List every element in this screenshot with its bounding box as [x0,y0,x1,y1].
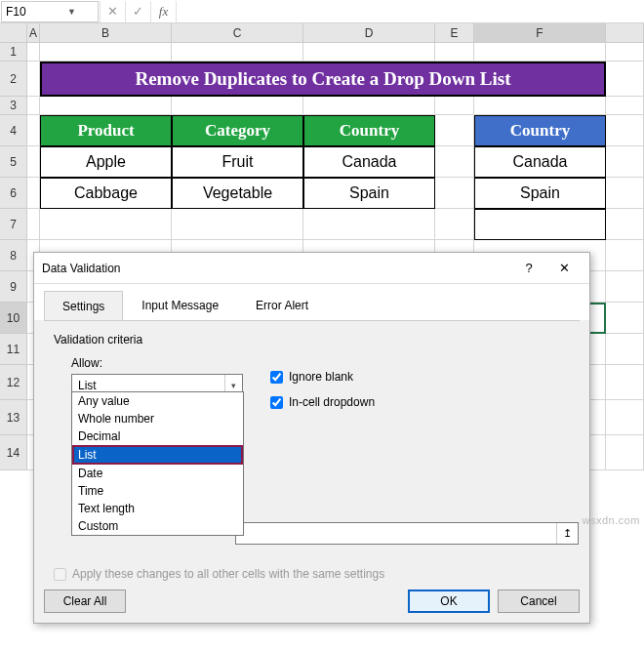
dialog-help-button[interactable]: ? [511,255,546,282]
dialog-tabs: Settings Input Message Error Alert [34,284,589,320]
incell-dropdown-checkbox[interactable]: In-cell dropdown [270,395,375,409]
validation-criteria-label: Validation criteria [54,333,570,346]
enter-formula-icon: ✓ [125,1,150,22]
column-headers: A B C D E F [0,23,644,43]
col-header-d[interactable]: D [303,23,435,42]
row-header-2[interactable]: 2 [0,61,27,97]
header-category[interactable]: Category [172,115,303,146]
watermark: wsxdn.com [582,514,640,526]
dialog-close-button[interactable]: ✕ [546,255,582,282]
row-header-8[interactable]: 8 [0,240,27,271]
row-header-7[interactable]: 7 [0,209,27,240]
row-header-12[interactable]: 12 [0,365,27,400]
cell-c6[interactable]: Vegetable [172,178,303,209]
data-validation-dialog: Data Validation ? ✕ Settings Input Messa… [33,252,590,624]
option-time[interactable]: Time [72,482,243,500]
allow-dropdown-list: Any value Whole number Decimal List Date… [71,391,244,536]
dialog-title: Data Validation [42,262,511,275]
page-title: Remove Duplicates to Create a Drop Down … [40,61,606,97]
cell-b6[interactable]: Cabbage [40,178,172,209]
allow-label: Allow: [71,356,570,370]
option-custom[interactable]: Custom [72,517,243,535]
fx-icon[interactable]: fx [150,1,176,22]
ok-button[interactable]: OK [408,590,490,613]
clear-all-button[interactable]: Clear All [44,590,126,613]
option-whole-number[interactable]: Whole number [72,410,243,427]
row-header-6[interactable]: 6 [0,178,27,209]
option-any-value[interactable]: Any value [72,392,243,410]
cell-d6[interactable]: Spain [303,178,435,209]
formula-bar: F10 ▼ ✕ ✓ fx [0,0,644,23]
col-header-a[interactable]: A [27,23,40,42]
cell-f7[interactable] [474,209,606,240]
range-selector-icon[interactable]: ↥ [556,523,578,544]
option-list[interactable]: List [72,445,243,465]
apply-changes-label: Apply these changes to all other cells w… [72,567,384,581]
row-header-10[interactable]: 10 [0,303,27,334]
col-header-e[interactable]: E [435,23,474,42]
cell-b5[interactable]: Apple [40,146,172,178]
tab-settings[interactable]: Settings [44,291,123,321]
row-header-1[interactable]: 1 [0,43,27,61]
cell-f6[interactable]: Spain [474,178,606,209]
source-input[interactable]: ↥ [235,522,579,545]
name-box-dropdown-icon[interactable]: ▼ [50,7,94,17]
col-header-b[interactable]: B [40,23,172,42]
row-header-3[interactable]: 3 [0,97,27,115]
row-header-14[interactable]: 14 [0,435,27,470]
row-header-13[interactable]: 13 [0,400,27,435]
name-box-value: F10 [6,5,50,19]
cell-d5[interactable]: Canada [303,146,435,178]
col-header-g[interactable] [606,23,644,42]
row-header-9[interactable]: 9 [0,271,27,303]
dialog-titlebar[interactable]: Data Validation ? ✕ [34,253,589,284]
cell-c5[interactable]: Fruit [172,146,303,178]
ignore-blank-input[interactable] [270,371,283,384]
header-product[interactable]: Product [40,115,172,146]
col-header-f[interactable]: F [474,23,606,42]
row-header-11[interactable]: 11 [0,334,27,365]
cancel-button[interactable]: Cancel [498,590,580,613]
row-header-5[interactable]: 5 [0,146,27,178]
cancel-formula-icon: ✕ [100,1,125,22]
ignore-blank-checkbox[interactable]: Ignore blank [270,370,353,384]
select-all-corner[interactable] [0,23,27,42]
formula-input[interactable] [176,1,644,22]
apply-changes-input [54,568,66,581]
row-header-4[interactable]: 4 [0,115,27,146]
cell-f5[interactable]: Canada [474,146,606,178]
option-decimal[interactable]: Decimal [72,427,243,445]
dialog-button-row: Clear All OK Cancel [44,590,580,613]
settings-panel: Validation criteria Allow: List ▾ Any va… [44,320,580,593]
allow-value: List [78,379,97,392]
option-text-length[interactable]: Text length [72,500,243,517]
option-date[interactable]: Date [72,465,243,482]
col-header-c[interactable]: C [172,23,303,42]
header-country-2[interactable]: Country [474,115,606,146]
tab-input-message[interactable]: Input Message [123,290,237,320]
name-box[interactable]: F10 ▼ [1,1,99,22]
apply-changes-checkbox: Apply these changes to all other cells w… [54,567,384,581]
incell-dropdown-label: In-cell dropdown [289,395,375,409]
tab-error-alert[interactable]: Error Alert [237,290,327,320]
header-country-1[interactable]: Country [303,115,435,146]
ignore-blank-label: Ignore blank [289,370,353,384]
incell-dropdown-input[interactable] [270,396,283,409]
